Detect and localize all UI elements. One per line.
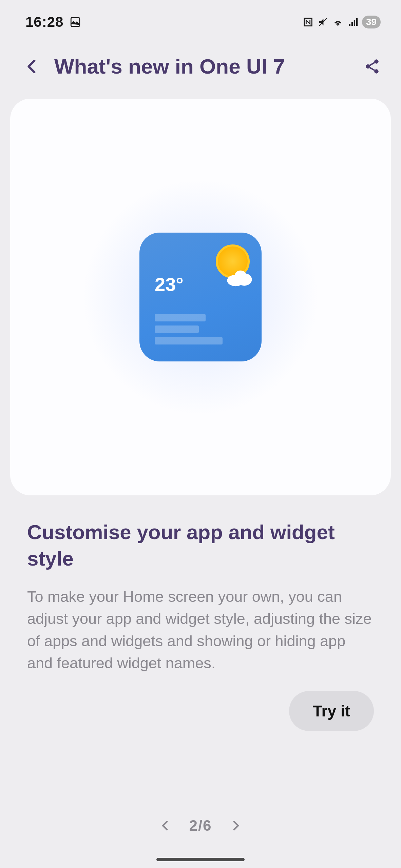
battery-indicator: 39 bbox=[362, 16, 381, 28]
content-section: Customise your app and widget style To m… bbox=[0, 502, 401, 674]
share-icon[interactable] bbox=[364, 58, 381, 75]
placeholder-line bbox=[155, 337, 223, 344]
pager: 2/6 bbox=[0, 817, 401, 834]
temperature-value: 23° bbox=[155, 273, 184, 295]
wifi-icon bbox=[332, 16, 344, 28]
mute-icon bbox=[317, 16, 329, 28]
svg-rect-4 bbox=[351, 22, 353, 26]
cloud-icon bbox=[224, 267, 255, 288]
status-left: 16:28 bbox=[25, 14, 81, 30]
svg-point-7 bbox=[374, 59, 379, 64]
page-title: What's new in One UI 7 bbox=[54, 54, 364, 78]
svg-line-10 bbox=[370, 62, 375, 65]
content-description: To make your Home screen your own, you c… bbox=[27, 586, 374, 674]
try-it-button[interactable]: Try it bbox=[289, 691, 374, 731]
svg-point-9 bbox=[374, 69, 379, 74]
svg-line-11 bbox=[370, 67, 375, 70]
page-header: What's new in One UI 7 bbox=[0, 34, 401, 92]
placeholder-lines bbox=[155, 314, 223, 344]
prev-page-icon[interactable] bbox=[158, 819, 172, 832]
svg-rect-5 bbox=[354, 20, 355, 26]
status-time: 16:28 bbox=[25, 14, 63, 30]
back-icon[interactable] bbox=[24, 58, 41, 75]
status-right: 39 bbox=[302, 16, 381, 28]
svg-rect-3 bbox=[349, 24, 350, 26]
nav-handle[interactable] bbox=[156, 858, 245, 861]
content-title: Customise your app and widget style bbox=[27, 519, 374, 572]
svg-point-8 bbox=[366, 64, 370, 68]
preview-card: 23° bbox=[10, 99, 391, 495]
next-page-icon[interactable] bbox=[229, 819, 243, 832]
weather-widget-preview: 23° bbox=[139, 233, 262, 361]
signal-icon bbox=[347, 16, 359, 28]
nfc-icon bbox=[302, 16, 314, 28]
placeholder-line bbox=[155, 314, 206, 321]
placeholder-line bbox=[155, 326, 199, 333]
status-bar: 16:28 39 bbox=[0, 0, 401, 34]
svg-point-14 bbox=[235, 271, 246, 281]
svg-rect-6 bbox=[356, 18, 358, 26]
gallery-icon bbox=[70, 16, 81, 28]
pager-label: 2/6 bbox=[189, 817, 212, 834]
